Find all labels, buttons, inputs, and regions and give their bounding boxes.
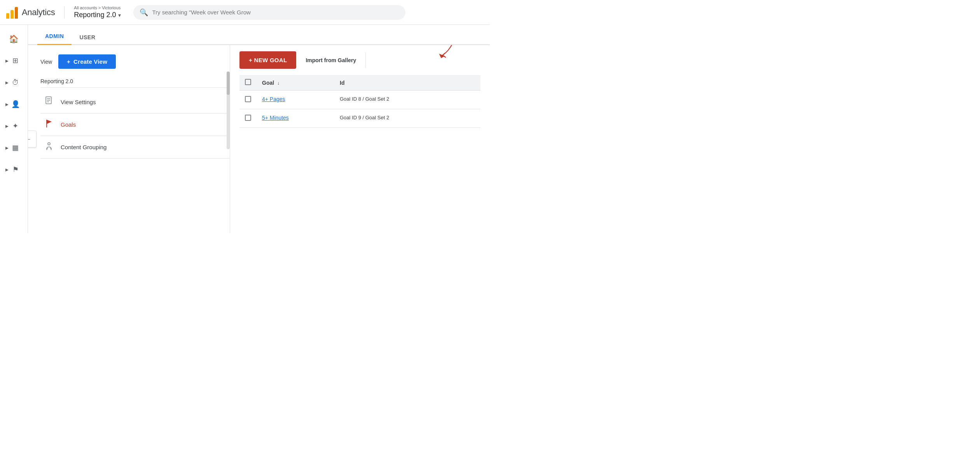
view-row: View + Create View (40, 54, 230, 69)
goal-id-cell-2: Goal ID 9 / Goal Set 2 (334, 109, 480, 128)
goal-name-cell-1: 4+ Pages (257, 91, 334, 109)
table-header-checkbox (239, 75, 257, 91)
create-view-label: Create View (73, 58, 107, 65)
current-report-label: Reporting 2.0 (74, 11, 116, 19)
expand-arrow-icon-3: ▶ (5, 102, 9, 106)
header-divider (64, 6, 65, 19)
view-label: View (40, 59, 52, 65)
flag-icon (44, 119, 54, 130)
scrollbar-track[interactable] (227, 72, 230, 149)
svg-point-4 (48, 143, 50, 145)
analytics-logo-icon (6, 6, 18, 19)
table-header-id: Id (334, 75, 480, 91)
left-panel: ← View + Create View Reporting 2.0 (28, 45, 230, 233)
view-settings-label: View Settings (61, 99, 96, 105)
import-gallery-button[interactable]: Import from Gallery (302, 52, 359, 69)
main-content: ADMIN USER ← View + Create View (28, 25, 490, 233)
sort-icon: ↓ (277, 80, 280, 86)
sidebar-item-audience[interactable]: ▶ 👤 (5, 95, 23, 113)
tabs-bar: ADMIN USER (28, 25, 490, 45)
content-grouping-label: Content Grouping (61, 144, 107, 150)
realtime-icon: ⏱ (12, 79, 19, 87)
expand-arrow-icon-4: ▶ (5, 124, 9, 128)
search-icon: 🔍 (140, 8, 148, 17)
row-checkbox-2[interactable] (245, 115, 251, 121)
nav-item-content-grouping[interactable]: Content Grouping (40, 136, 230, 159)
goal-id-cell-1: Goal ID 8 / Goal Set 2 (334, 91, 480, 109)
reporting-label: Reporting 2.0 (40, 75, 230, 88)
scrollbar-thumb (227, 72, 230, 95)
table-row: 5+ Minutes Goal ID 9 / Goal Set 2 (239, 109, 480, 128)
sidebar-item-home[interactable]: 🏠 (5, 30, 23, 48)
sidebar-item-acquisition[interactable]: ▶ ✦ (5, 117, 23, 135)
conversions-icon: ⚑ (12, 165, 19, 174)
breadcrumb-parent: All accounts > Victorious (74, 5, 121, 10)
table-row: 4+ Pages Goal ID 8 / Goal Set 2 (239, 91, 480, 109)
logo-bar-3 (15, 7, 18, 19)
logo-area: Analytics (6, 6, 55, 19)
row-checkbox-cell-2 (239, 109, 257, 128)
content-area: ← View + Create View Reporting 2.0 (28, 45, 490, 233)
expand-arrow-icon: ▶ (5, 59, 9, 63)
app-title: Analytics (22, 7, 55, 17)
plus-icon: + (67, 58, 70, 65)
goal-link-2[interactable]: 5+ Minutes (262, 115, 289, 121)
sidebar-item-conversions[interactable]: ▶ ⚑ (5, 160, 23, 179)
logo-bar-2 (10, 10, 14, 19)
back-button[interactable]: ← (28, 131, 37, 148)
right-panel-top: + NEW GOAL Import from Gallery (239, 51, 480, 69)
arrow-annotation (434, 45, 457, 65)
search-bar[interactable]: 🔍 (133, 5, 405, 20)
goal-name-cell-2: 5+ Minutes (257, 109, 334, 128)
nav-item-view-settings[interactable]: View Settings (40, 91, 230, 113)
search-input[interactable] (152, 9, 399, 16)
expand-arrow-icon-6: ▶ (5, 168, 9, 172)
goals-table: Goal ↓ Id (239, 75, 480, 128)
expand-arrow-icon-5: ▶ (5, 146, 9, 150)
document-icon (44, 96, 54, 108)
goal-link-1[interactable]: 4+ Pages (262, 96, 285, 102)
breadcrumb: All accounts > Victorious Reporting 2.0 … (74, 5, 121, 19)
right-panel: + NEW GOAL Import from Gallery (230, 45, 490, 233)
acquisition-icon: ✦ (12, 122, 18, 130)
audience-icon: 👤 (11, 100, 20, 108)
new-goal-button[interactable]: + NEW GOAL (239, 51, 296, 69)
red-arrow-icon (434, 45, 457, 63)
app-header: Analytics All accounts > Victorious Repo… (0, 0, 490, 25)
row-checkbox-cell-1 (239, 91, 257, 109)
dashboards-icon: ⊞ (12, 56, 18, 65)
behavior-icon: ▦ (12, 143, 19, 152)
back-arrow-icon: ← (28, 135, 31, 143)
figure-icon (44, 141, 54, 153)
sidebar-item-dashboards[interactable]: ▶ ⊞ (5, 51, 23, 70)
create-view-button[interactable]: + Create View (58, 54, 116, 69)
goals-label: Goals (61, 121, 76, 128)
nav-item-goals[interactable]: Goals (40, 113, 230, 136)
logo-bar-1 (6, 13, 9, 19)
dropdown-arrow-icon: ▾ (118, 12, 121, 18)
tab-user[interactable]: USER (72, 30, 103, 45)
row-checkbox-1[interactable] (245, 96, 251, 102)
body-layout: 🏠 ▶ ⊞ ▶ ⏱ ▶ 👤 ▶ ✦ ▶ ▦ ▶ ⚑ (0, 25, 490, 233)
header-checkbox[interactable] (245, 79, 251, 85)
table-header-goal[interactable]: Goal ↓ (257, 75, 334, 91)
button-divider (365, 52, 366, 68)
sidebar: 🏠 ▶ ⊞ ▶ ⏱ ▶ 👤 ▶ ✦ ▶ ▦ ▶ ⚑ (0, 25, 28, 233)
sidebar-item-behavior[interactable]: ▶ ▦ (5, 138, 23, 157)
home-icon: 🏠 (9, 34, 19, 44)
current-report-selector[interactable]: Reporting 2.0 ▾ (74, 11, 121, 19)
expand-arrow-icon-2: ▶ (5, 80, 9, 85)
sidebar-item-realtime[interactable]: ▶ ⏱ (5, 73, 23, 92)
tab-admin[interactable]: ADMIN (37, 28, 72, 45)
